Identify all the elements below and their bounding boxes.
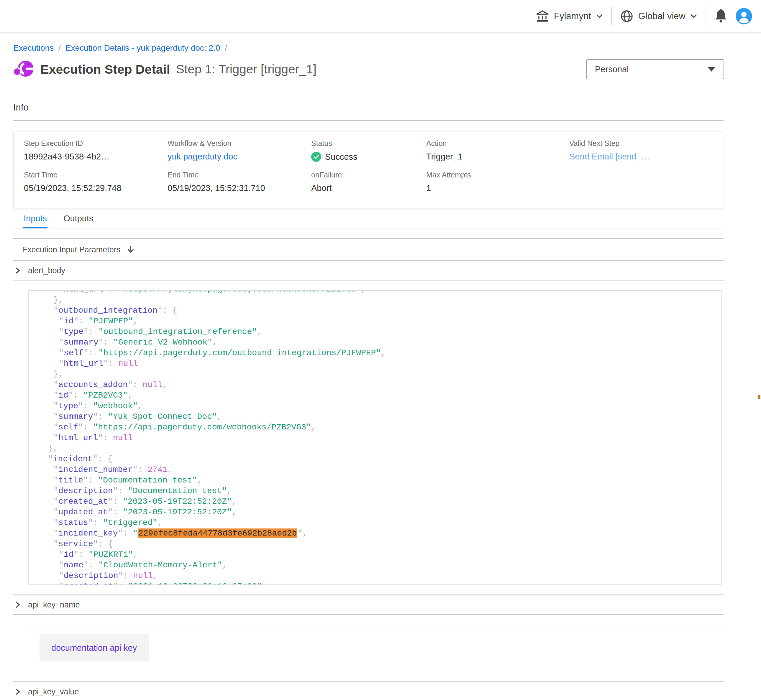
info-field-value: 05/19/2023, 15:52:29.748 — [24, 183, 168, 193]
notifications-bell-icon[interactable] — [714, 9, 727, 23]
code-line: "summary": "Generic V2 Webhook", — [28, 337, 722, 348]
highlighted-match: 229efec8feda44778d3fe692b28aed2b — [138, 528, 298, 538]
status-text: Success — [325, 152, 357, 162]
info-field-label: Status — [311, 139, 426, 148]
dropdown-arrow-icon — [708, 67, 715, 72]
info-field-value: 1 — [426, 183, 569, 193]
globe-icon — [620, 9, 634, 23]
execution-input-parameters-label: Execution Input Parameters — [22, 245, 121, 255]
code-line: "id": "PZB2VG3", — [28, 390, 722, 401]
org-switcher[interactable]: Fylamynt — [536, 10, 603, 23]
api-key-name-chip[interactable]: documentation api key — [39, 634, 149, 661]
info-field-value: 18992a43-9538-4b2… — [24, 152, 168, 161]
section-api-key-name-label: api_key_name — [28, 600, 80, 609]
tab-inputs[interactable]: Inputs — [23, 212, 47, 228]
bank-icon — [536, 10, 549, 23]
code-line: }, — [28, 295, 722, 305]
info-field-label: Step Execution ID — [24, 139, 168, 148]
json-code-block[interactable]: "html_url": "https://fylamynt.pagerduty.… — [28, 290, 722, 585]
info-field-onfailure: onFailureAbort — [311, 171, 426, 193]
section-alert-body-label: alert_body — [28, 266, 65, 275]
code-line: "incident": { — [28, 454, 722, 464]
code-line: "html_url": "https://fylamynt.pagerduty.… — [28, 291, 722, 295]
execution-input-parameters-header: Execution Input Parameters — [13, 239, 724, 261]
page-header: Execution Step Detail Step 1: Trigger [t… — [13, 59, 724, 80]
code-line: "type": "webhook", — [28, 401, 722, 411]
info-field-label: End Time — [168, 171, 311, 179]
org-label: Fylamynt — [554, 11, 591, 22]
code-line: "created_at": "2023-05-19T22:52:20Z", — [28, 496, 722, 507]
info-field-start-time: Start Time05/19/2023, 15:52:29.748 — [24, 171, 168, 193]
code-line: }, — [28, 369, 722, 380]
info-field-label: onFailure — [311, 171, 426, 179]
info-field-step-execution-id: Step Execution ID18992a43-9538-4b2… — [24, 139, 168, 162]
chevron-right-icon — [15, 267, 20, 274]
info-field-label: Start Time — [24, 171, 168, 179]
topbar-separator — [611, 7, 612, 25]
code-line: "html_url": null — [28, 433, 722, 443]
code-line: "incident_number": 2741, — [28, 464, 722, 475]
code-line: "summary": "Yuk Spot Connect Doc", — [28, 411, 722, 422]
section-api-key-value[interactable]: api_key_value — [13, 682, 724, 700]
breadcrumb-execution-details-link[interactable]: Execution Details - yuk pagerduty doc: 2… — [66, 43, 220, 53]
info-field-value[interactable]: Send Email [send_… — [569, 152, 724, 161]
chevron-down-icon — [690, 14, 697, 19]
chevron-down-icon — [596, 14, 603, 19]
code-line: "title": "Documentation test", — [28, 475, 722, 486]
code-line: "self": "https://api.pagerduty.com/webho… — [28, 422, 722, 433]
info-field-label: Valid Next Step — [569, 139, 724, 148]
info-field-workflow-version: Workflow & Versionyuk pagerduty doc — [168, 139, 311, 162]
view-switcher[interactable]: Global view — [620, 9, 697, 23]
scope-select-value: Personal — [595, 64, 629, 74]
code-line: "html_url": null — [28, 358, 722, 369]
code-line: "description": "Documentation test", — [28, 486, 722, 496]
code-line: "description": null, — [28, 570, 722, 581]
breadcrumb-executions-link[interactable]: Executions — [13, 43, 54, 53]
chevron-right-icon — [15, 601, 20, 608]
code-line: "name": "CloudWatch-Memory-Alert", — [28, 560, 722, 570]
info-field-value: Trigger_1 — [426, 152, 569, 161]
tab-outputs[interactable]: Outputs — [63, 212, 94, 228]
info-field-label: Max Attempts — [426, 171, 569, 179]
info-field-label: Workflow & Version — [168, 139, 311, 148]
topbar: Fylamynt Global view — [0, 0, 761, 33]
api-key-name-value-box: documentation api key — [28, 625, 722, 672]
code-line: "type": "outbound_integration_reference"… — [28, 327, 722, 337]
code-line: "outbound_integration": { — [28, 305, 722, 316]
tab-bar: Inputs Outputs — [13, 212, 724, 228]
breadcrumb-separator: / — [225, 43, 227, 53]
info-divider — [13, 120, 724, 121]
code-line: "status": "triggered", — [28, 517, 722, 528]
section-api-key-name[interactable]: api_key_name — [13, 595, 724, 615]
scope-select[interactable]: Personal — [586, 59, 724, 79]
code-line: "id": "PJFWPEP", — [28, 316, 722, 327]
info-field-value: Abort — [311, 183, 426, 193]
download-arrow-icon[interactable] — [127, 245, 135, 254]
code-line: "updated_at": "2023-05-19T22:52:20Z", — [28, 507, 722, 517]
info-field-action: ActionTrigger_1 — [426, 139, 569, 162]
info-field-status: StatusSuccess — [311, 139, 426, 162]
header-divider — [13, 89, 724, 89]
section-api-key-value-label: api_key_value — [28, 688, 79, 697]
chevron-right-icon — [15, 688, 20, 695]
check-circle-icon — [311, 152, 321, 162]
info-field-label: Action — [426, 139, 569, 148]
section-alert-body[interactable]: alert_body — [13, 261, 724, 281]
code-line: "created_at": "2021-10-06T22:30:12-07:00… — [28, 581, 722, 585]
info-heading: Info — [13, 102, 724, 113]
breadcrumb: Executions / Execution Details - yuk pag… — [13, 33, 724, 53]
code-line: }, — [28, 443, 722, 454]
info-field-value[interactable]: yuk pagerduty doc — [168, 152, 311, 161]
info-card: Step Execution ID18992a43-9538-4b2…Workf… — [13, 131, 724, 208]
info-field-value: 05/19/2023, 15:52:31.710 — [168, 183, 311, 193]
code-line: "accounts_addon": null, — [28, 380, 722, 390]
clipped-code-line: "created_at": "2021-10-06T22:30:12-07:00… — [28, 581, 722, 585]
execution-input-parameters-panel: Execution Input Parameters alert_body "h… — [13, 238, 724, 700]
breadcrumb-separator: / — [58, 43, 61, 53]
scrollbar-match-marker — [758, 395, 760, 399]
info-field-valid-next-step: Valid Next StepSend Email [send_… — [569, 139, 724, 162]
code-line: "incident_key": "229efec8feda44778d3fe69… — [28, 528, 722, 539]
user-avatar[interactable] — [736, 8, 752, 25]
info-grid: Step Execution ID18992a43-9538-4b2…Workf… — [24, 139, 724, 193]
topbar-separator — [706, 7, 706, 25]
